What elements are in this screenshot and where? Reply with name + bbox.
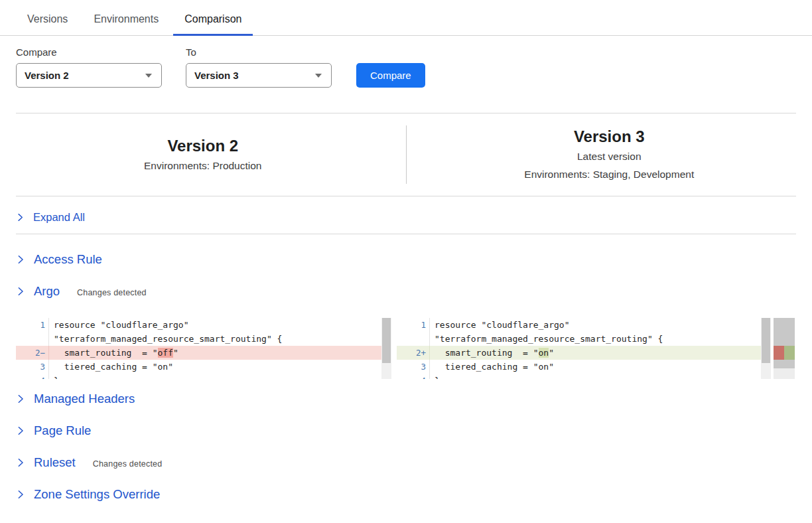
added-word: on [539,348,549,358]
diff-overview-ruler[interactable] [774,318,795,379]
argo-diff-viewer: 1resource "cloudflare_argo" "terraform_m… [16,318,796,379]
tab-environments[interactable]: Environments [82,8,170,36]
section-label: Managed Headers [34,392,135,406]
chevron-down-icon [145,74,152,78]
overview-ruler-thumb [774,318,795,368]
diff-line: 3 tiered_caching = "on" [16,360,381,374]
compare-to-label: To [186,46,332,58]
divider [16,234,796,234]
version-left-title: Version 2 [0,135,406,157]
removed-mark [774,346,784,360]
chevron-right-icon [16,213,25,222]
diff-line: 1resource "cloudflare_argo" [16,318,381,332]
diff-line-added: 2+ smart_routing = "on" [397,346,761,360]
line-number: 1 [397,318,430,332]
diff-line: 1resource "cloudflare_argo" [397,318,761,332]
tab-bar: Versions Environments Comparison [0,0,812,36]
diff-left-code: 1resource "cloudflare_argo" "terraform_m… [16,318,381,379]
line-number [16,332,49,346]
section-row-argo[interactable]: Argo Changes detected [16,275,796,307]
line-number: 2− [16,346,49,360]
tab-versions[interactable]: Versions [16,8,79,36]
added-mark [784,346,795,360]
line-number: 4 [16,374,49,379]
changes-detected-badge: Changes detected [93,459,163,469]
version-right-latest-badge: Latest version [407,147,812,165]
diff-pane-left: 1resource "cloudflare_argo" "terraform_m… [16,318,391,379]
chevron-down-icon [315,74,322,78]
compare-to-field: To Version 3 [186,46,332,88]
tab-comparison[interactable]: Comparison [173,8,253,36]
line-number: 4 [397,374,430,379]
scrollbar-thumb[interactable] [762,318,770,363]
removed-word: off [158,348,173,358]
line-number: 2+ [397,346,430,360]
section-label: Zone Settings Override [34,487,160,502]
compare-button[interactable]: Compare [356,63,425,88]
line-number: 1 [16,318,49,332]
version-right-environments: Environments: Staging, Development [407,165,812,183]
diff-line-removed: 2− smart_routing = "off" [16,346,381,360]
compare-to-select[interactable]: Version 3 [186,63,332,88]
diff-right-code: 1resource "cloudflare_argo" "terraform_m… [397,318,761,379]
compare-from-select[interactable]: Version 2 [16,63,162,88]
diff-right-scrollbar[interactable] [761,318,771,379]
section-row-managed-headers[interactable]: Managed Headers [16,383,796,415]
section-row-access-rule[interactable]: Access Rule [16,244,796,275]
expand-all-label: Expand All [33,211,85,224]
section-label: Page Rule [34,423,91,438]
version-left-environments: Environments: Production [0,157,406,175]
chevron-right-icon [16,426,25,435]
line-number: 3 [397,360,430,374]
version-header-row: Version 2 Environments: Production Versi… [0,113,812,196]
expand-all-button[interactable]: Expand All [16,196,796,234]
chevron-right-icon [16,287,25,296]
section-label: Access Rule [34,252,102,267]
compare-form: Compare Version 2 To Version 3 Compare [16,46,796,88]
line-number: 3 [16,360,49,374]
diff-line-wrap: "terraform_managed_resource_smart_routin… [397,332,761,346]
section-row-ruleset[interactable]: Ruleset Changes detected [16,447,796,479]
section-label: Argo [34,284,60,299]
section-row-page-rule[interactable]: Page Rule [16,415,796,447]
chevron-right-icon [16,394,25,404]
compare-to-value: Version 3 [194,70,239,81]
diff-left-scrollbar[interactable] [381,318,391,379]
diff-line: 3 tiered_caching = "on" [397,360,761,374]
compare-from-field: Compare Version 2 [16,46,162,88]
line-number [397,332,430,346]
version-right-title: Version 3 [407,126,812,147]
diff-line: 4} [397,374,761,379]
version-panel-left: Version 2 Environments: Production [0,135,406,175]
diff-pane-right: 1resource "cloudflare_argo" "terraform_m… [397,318,771,379]
overview-ruler-marks [774,346,795,360]
section-row-zone-settings-override[interactable]: Zone Settings Override [16,479,796,510]
chevron-right-icon [16,490,25,499]
changes-detected-badge: Changes detected [77,288,147,297]
diff-line: 4} [16,374,381,379]
scrollbar-thumb[interactable] [382,318,391,363]
compare-from-value: Version 2 [25,70,69,81]
chevron-right-icon [16,458,25,467]
section-label: Ruleset [34,455,76,470]
diff-line-wrap: "terraform_managed_resource_smart_routin… [16,332,381,346]
version-panel-right: Version 3 Latest version Environments: S… [407,126,812,183]
compare-from-label: Compare [16,46,162,58]
chevron-right-icon [16,255,25,264]
